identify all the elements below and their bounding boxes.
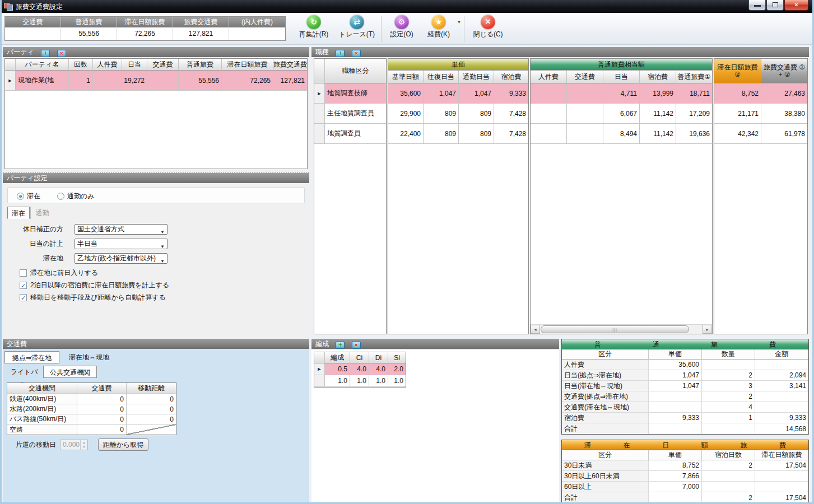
stay-area-select[interactable]: 乙地方(政令指定都市以外) ▼ [75, 253, 168, 264]
tanka-cell[interactable]: 809 [459, 104, 494, 124]
transport-cell[interactable]: 0 [127, 394, 176, 404]
futsu-cell[interactable]: 8,494 [603, 124, 640, 144]
close-button[interactable]: × [784, 0, 808, 11]
futsu-cell[interactable] [531, 124, 567, 144]
formation-cell[interactable]: 4.0 [369, 363, 388, 375]
total-cell[interactable]: 61,978 [761, 124, 807, 144]
party-delete-button[interactable]: × [57, 50, 66, 57]
radio-stay[interactable]: 滞在 [17, 192, 40, 201]
tanka-cell[interactable]: 7,428 [494, 124, 528, 144]
expense-dropdown-arrow-icon[interactable]: ▼ [457, 20, 461, 24]
futsu-cell[interactable]: 4,711 [603, 83, 640, 104]
futsu-cell[interactable]: 11,142 [640, 104, 676, 124]
scrollbar-thumb[interactable]: ||| [541, 325, 689, 333]
jobtype-add-button[interactable]: + [336, 50, 345, 57]
row-selector[interactable] [314, 375, 325, 387]
spinner-arrows[interactable]: ▲ ▼ [80, 440, 87, 450]
checkbox-label: 移動日を移動手段及び距離から自動計算する [30, 293, 166, 302]
taizai-cell[interactable]: 42,342 [714, 124, 761, 144]
tab-stay[interactable]: 滞在 [7, 207, 30, 219]
settings-button[interactable]: ⚙ 設定(O) [384, 15, 419, 44]
formation-cell[interactable]: 1.0 [350, 375, 369, 387]
get-from-distance-button[interactable]: 距離から取得 [98, 438, 148, 451]
tab-base-to-stay[interactable]: 拠点⇒滞在地 [4, 351, 59, 363]
futsu-cell[interactable]: 17,209 [676, 104, 712, 124]
party-cell[interactable]: 127,821 [273, 71, 307, 91]
transport-cell[interactable]: 0 [77, 394, 127, 404]
taizai-cell[interactable]: 21,171 [714, 104, 761, 124]
futsu-cell[interactable] [567, 104, 603, 124]
scroll-right-arrow-icon[interactable]: ► [703, 325, 712, 334]
radio-commute-only[interactable]: 通勤のみ [57, 192, 95, 201]
tanka-cell[interactable]: 9,333 [494, 83, 528, 104]
maximize-button[interactable] [766, 0, 784, 11]
tanka-cell[interactable]: 35,600 [388, 83, 424, 104]
futsu-cell[interactable]: 18,711 [676, 83, 712, 104]
total-cell[interactable]: 38,380 [761, 104, 807, 124]
minimize-button[interactable] [748, 0, 766, 11]
formation-delete-button[interactable]: × [352, 342, 361, 349]
futsu-cell[interactable] [531, 104, 567, 124]
futsu-cell[interactable] [567, 83, 603, 104]
formation-cell[interactable]: 1.0 [388, 375, 406, 387]
futsu-cell[interactable]: 6,067 [603, 104, 640, 124]
oneway-travel-day-spinner[interactable]: 0.000 ▲ ▼ [60, 440, 88, 450]
tanka-cell[interactable]: 22,400 [388, 124, 424, 144]
recalc-button[interactable]: ↻ 再集計(R) [294, 15, 334, 44]
holiday-correction-select[interactable]: 国土交通省方式 ▼ [75, 224, 168, 235]
tanka-cell[interactable]: 809 [424, 124, 459, 144]
formation-cell[interactable]: 0.5 [325, 363, 350, 375]
tanka-cell[interactable]: 809 [424, 104, 459, 124]
checkbox-auto-travel-day[interactable]: ✓ 移動日を移動手段及び距離から自動計算する [20, 293, 166, 302]
formation-cell[interactable]: 1.0 [369, 375, 388, 387]
futsu-cell[interactable]: 13,999 [640, 83, 676, 104]
checkbox-prior-day-arrival[interactable]: 滞在地に前日入りする [20, 268, 98, 278]
transport-cell[interactable]: 0 [127, 404, 176, 414]
party-cell[interactable] [93, 71, 122, 91]
futsu-cell[interactable] [531, 83, 567, 104]
futsu-cell[interactable]: 11,142 [640, 124, 676, 144]
party-cell[interactable]: 19,272 [122, 71, 147, 91]
tanka-cell[interactable]: 1,047 [459, 83, 494, 104]
futsu-cell[interactable] [567, 124, 603, 144]
party-cell[interactable]: 72,265 [222, 71, 273, 91]
trace-button[interactable]: ⇄ トレース(T) [335, 15, 379, 44]
tanka-cell[interactable]: 7,428 [494, 104, 528, 124]
party-cell-name[interactable]: 現地作業(地 [16, 71, 69, 91]
checkbox-second-night-daily[interactable]: ✓ 2泊目以降の宿泊費に滞在日額旅費を計上する [20, 281, 169, 290]
jobtype-delete-button[interactable]: × [352, 50, 361, 57]
row-selector[interactable] [314, 124, 325, 144]
daily-allowance-select[interactable]: 半日当 ▼ [75, 239, 168, 249]
formation-add-button[interactable]: + [336, 342, 345, 349]
party-cell[interactable]: 1 [69, 71, 93, 91]
jobclass-cell[interactable]: 地質調査技師 [325, 83, 386, 104]
scroll-left-arrow-icon[interactable]: ◄ [531, 325, 540, 334]
tanka-cell[interactable]: 29,900 [388, 104, 424, 124]
party-add-button[interactable]: + [41, 50, 50, 57]
horizontal-scrollbar[interactable]: ◄ ||| ► [531, 324, 712, 334]
tanka-cell[interactable]: 1,047 [424, 83, 459, 104]
tab-stay-to-site[interactable]: 滞在地⇔現地 [61, 351, 117, 363]
formation-cell[interactable]: 4.0 [350, 363, 369, 375]
tab-commute[interactable]: 通勤 [30, 207, 54, 219]
recalc-icon: ↻ [306, 15, 321, 29]
transport-cell[interactable]: 0 [77, 424, 127, 435]
taizai-cell[interactable]: 8,752 [714, 83, 761, 104]
futsu-cell[interactable]: 19,636 [676, 124, 712, 144]
transport-cell[interactable]: 0 [77, 414, 127, 424]
subtab-light-van[interactable]: ライトバン [7, 366, 41, 378]
jobclass-cell[interactable]: 主任地質調査員 [325, 104, 386, 124]
expense-button[interactable]: ★ 経費(K) [421, 15, 456, 44]
row-selector[interactable] [314, 104, 325, 124]
subtab-public-transport[interactable]: 公共交通機関 [43, 366, 97, 378]
jobclass-cell[interactable]: 地質調査員 [325, 124, 386, 144]
party-cell[interactable]: 55,556 [179, 71, 222, 91]
transport-cell[interactable]: 0 [77, 404, 127, 414]
party-cell[interactable] [147, 71, 179, 91]
close-window-button[interactable]: × 閉じる(C) [468, 15, 508, 44]
tanka-cell[interactable]: 809 [459, 124, 494, 144]
formation-cell[interactable]: 1.0 [325, 375, 350, 387]
formation-cell[interactable]: 2.0 [388, 363, 406, 375]
total-cell[interactable]: 27,463 [761, 83, 807, 104]
transport-cell[interactable]: 0 [127, 414, 176, 424]
